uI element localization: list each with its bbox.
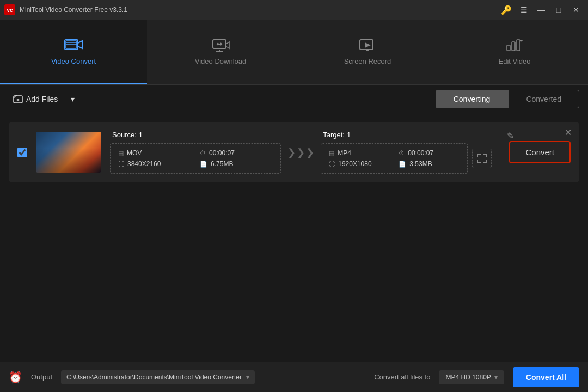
target-info-box: ▤ MP4 ⏱ 00:00:07 ⛶ 1920X1080 📄 <box>321 143 468 174</box>
convert-all-label: Convert all files to <box>374 373 430 381</box>
target-size-icon: 📄 <box>399 161 406 168</box>
add-files-icon <box>13 94 23 104</box>
toolbar: Add Files ▾ Converting Converted <box>0 85 588 113</box>
key-icon[interactable]: 🔑 <box>499 4 514 15</box>
format-label: MP4 HD 1080P <box>445 373 491 381</box>
file-thumbnail <box>36 132 101 173</box>
nav-screen-record-label: Screen Record <box>344 57 391 65</box>
film-icon: ▤ <box>118 150 124 157</box>
target-edit-icon[interactable]: ✎ <box>507 131 514 141</box>
file-checkbox[interactable] <box>17 148 27 157</box>
resize-icon <box>476 153 487 164</box>
arrow-2: ❯ <box>297 146 305 158</box>
target-section: Target:1 ▤ MP4 ⏱ 00:00:07 ⛶ <box>321 131 492 174</box>
hamburger-button[interactable]: ☰ <box>516 4 531 15</box>
source-label: Source:1 <box>110 131 281 139</box>
resolution-icon: ⛶ <box>118 161 124 167</box>
target-duration: 00:00:07 <box>408 149 433 157</box>
tab-converting[interactable]: Converting <box>436 90 509 108</box>
svg-rect-1 <box>66 41 77 48</box>
target-clock-icon: ⏱ <box>399 150 405 156</box>
edit-video-icon <box>505 38 524 53</box>
source-duration-row: ⏱ 00:00:07 <box>200 149 273 157</box>
file-card: Source:1 ▤ MOV ⏱ 00:00:07 ⛶ 3840X2160 <box>9 122 579 182</box>
maximize-button[interactable]: □ <box>551 4 566 15</box>
clock-icon: ⏱ <box>200 150 206 156</box>
target-duration-row: ⏱ 00:00:07 <box>399 149 460 157</box>
title-bar-left: vc MiniTool Video Converter Free v3.3.1 <box>4 4 127 15</box>
screen-record-icon <box>358 38 377 53</box>
target-resize-button[interactable] <box>472 149 492 168</box>
source-size: 6.75MB <box>211 160 233 168</box>
nav-edit-video[interactable]: Edit Video <box>441 20 588 84</box>
convert-button[interactable]: Convert <box>509 141 571 163</box>
nav-edit-video-label: Edit Video <box>498 57 530 65</box>
video-convert-icon <box>64 38 83 53</box>
format-selector-button[interactable]: MP4 HD 1080P ▾ <box>439 370 504 384</box>
close-button[interactable]: ✕ <box>568 4 584 15</box>
add-files-label: Add Files <box>26 95 58 103</box>
nav-video-download[interactable]: Video Download <box>147 20 294 84</box>
target-size-row: 📄 3.53MB <box>399 160 460 168</box>
arrow-1: ❯ <box>287 146 296 158</box>
nav-screen-record[interactable]: Screen Record <box>294 20 441 84</box>
arrow-3: ❯ <box>306 146 314 158</box>
title-bar: vc MiniTool Video Converter Free v3.3.1 … <box>0 0 588 20</box>
source-resolution-row: ⛶ 3840X2160 <box>118 160 191 168</box>
nav-video-download-label: Video Download <box>195 57 246 65</box>
source-format-row: ▤ MOV <box>118 149 191 157</box>
target-film-icon: ▤ <box>329 150 334 157</box>
target-resolution-row: ⛶ 1920X1080 <box>329 160 390 168</box>
card-close-button[interactable]: ✕ <box>561 126 575 139</box>
svg-rect-14 <box>517 40 520 51</box>
convert-all-button[interactable]: Convert All <box>513 367 579 387</box>
bottom-bar: ⏰ Output C:\Users\Administrator\Document… <box>0 362 588 392</box>
target-size: 3.53MB <box>409 160 432 168</box>
target-resolution-icon: ⛶ <box>329 161 335 167</box>
output-dropdown-arrow[interactable]: ▾ <box>246 373 249 381</box>
tabs: Converting Converted <box>436 90 579 108</box>
nav-video-convert[interactable]: Video Convert <box>0 20 147 84</box>
nav-video-convert-label: Video Convert <box>51 57 96 65</box>
target-format: MP4 <box>338 149 351 157</box>
add-files-button[interactable]: Add Files <box>9 91 62 107</box>
tab-converted[interactable]: Converted <box>508 90 579 108</box>
svg-marker-9 <box>365 42 371 48</box>
source-target-container: Source:1 ▤ MOV ⏱ 00:00:07 ⛶ 3840X2160 <box>110 131 492 174</box>
source-duration: 00:00:07 <box>209 149 235 157</box>
output-path-container[interactable]: C:\Users\Administrator\Documents\MiniToo… <box>61 370 255 384</box>
video-download-icon <box>211 38 230 53</box>
title-bar-right: 🔑 ☰ — □ ✕ <box>499 4 584 15</box>
output-clock-icon: ⏰ <box>9 371 22 384</box>
source-section: Source:1 ▤ MOV ⏱ 00:00:07 ⛶ 3840X2160 <box>110 131 281 174</box>
source-resolution: 3840X2160 <box>127 160 161 168</box>
add-files-dropdown-button[interactable]: ▾ <box>69 93 77 106</box>
target-resolution: 1920X1080 <box>338 160 371 168</box>
source-format: MOV <box>127 149 142 157</box>
svg-rect-12 <box>507 45 510 51</box>
size-icon: 📄 <box>200 161 207 168</box>
svg-rect-13 <box>512 42 515 51</box>
arrows-container: ❯ ❯ ❯ <box>287 146 314 158</box>
target-label: Target:1 <box>321 131 492 139</box>
thumbnail-overlay <box>36 132 101 173</box>
source-info-box: ▤ MOV ⏱ 00:00:07 ⛶ 3840X2160 📄 6.75MB <box>110 143 281 174</box>
target-format-row: ▤ MP4 <box>329 149 390 157</box>
main-content: Source:1 ▤ MOV ⏱ 00:00:07 ⛶ 3840X2160 <box>0 113 588 362</box>
app-logo: vc <box>4 4 15 15</box>
title-text: MiniTool Video Converter Free v3.3.1 <box>20 6 127 14</box>
nav-bar: Video Convert Video Download Screen Reco… <box>0 20 588 85</box>
source-size-row: 📄 6.75MB <box>200 160 273 168</box>
format-dropdown-arrow: ▾ <box>494 373 498 381</box>
output-path: C:\Users\Administrator\Documents\MiniToo… <box>66 373 242 381</box>
minimize-button[interactable]: — <box>534 4 549 15</box>
output-label: Output <box>31 373 52 381</box>
